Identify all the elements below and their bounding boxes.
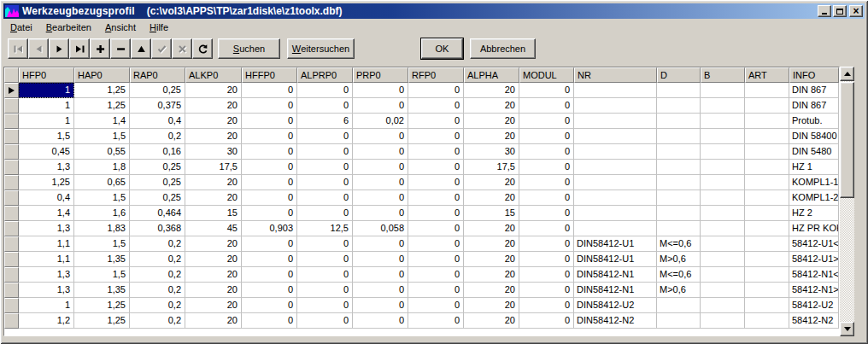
- cell-NR[interactable]: [574, 190, 657, 206]
- cell-RAP0[interactable]: 0,375: [130, 98, 185, 114]
- row-indicator[interactable]: [4, 298, 19, 313]
- cell-HAP0[interactable]: 1,5: [74, 190, 130, 206]
- cell-HFP0[interactable]: 1,3: [19, 283, 74, 298]
- cell-ALPRP0[interactable]: 0: [297, 252, 353, 267]
- cell-MODUL[interactable]: 0: [519, 298, 574, 313]
- cell-MODUL[interactable]: 0: [519, 190, 574, 206]
- cell-HFP0[interactable]: 1,25: [19, 175, 74, 190]
- cell-PRP0[interactable]: 0: [353, 236, 408, 252]
- cell-ART[interactable]: [745, 221, 789, 236]
- cell-MODUL[interactable]: 0: [519, 313, 574, 329]
- cell-D[interactable]: [657, 221, 701, 236]
- cell-ALPHA[interactable]: 20: [464, 313, 519, 329]
- column-header-HFP0[interactable]: HFP0: [19, 67, 74, 83]
- cell-PRP0[interactable]: 0: [353, 283, 408, 298]
- cell-ALPHA[interactable]: 20: [464, 283, 519, 298]
- cell-PRP0[interactable]: 0,02: [353, 114, 408, 129]
- cell-PRP0[interactable]: 0: [353, 160, 408, 175]
- cell-NR[interactable]: DIN58412-U1: [574, 252, 657, 267]
- cell-NR[interactable]: DIN58412-N1: [574, 267, 657, 283]
- cell-INFO[interactable]: DIN 867: [789, 83, 839, 98]
- cell-RFP0[interactable]: 0: [408, 267, 464, 283]
- cell-ALPRP0[interactable]: 0: [297, 144, 353, 160]
- cell-RAP0[interactable]: 0,25: [130, 83, 185, 98]
- cell-RFP0[interactable]: 0: [408, 283, 464, 298]
- cell-HAP0[interactable]: 1,4: [74, 114, 130, 129]
- cell-ART[interactable]: [745, 129, 789, 144]
- cell-ALPHA[interactable]: 15: [464, 206, 519, 221]
- cell-MODUL[interactable]: 0: [519, 129, 574, 144]
- cell-HFFP0[interactable]: 0: [242, 144, 297, 160]
- cell-PRP0[interactable]: 0: [353, 83, 408, 98]
- title-bar[interactable]: Werkzeugbezugsprofil (c:\vol3\APPS\TP\za…: [3, 3, 865, 19]
- cell-HAP0[interactable]: 1,83: [74, 221, 130, 236]
- cell-ALPHA[interactable]: 20: [464, 175, 519, 190]
- cell-HFFP0[interactable]: 0: [242, 267, 297, 283]
- cell-ALPRP0[interactable]: 6: [297, 114, 353, 129]
- cell-B[interactable]: [701, 283, 745, 298]
- cell-RFP0[interactable]: 0: [408, 83, 464, 98]
- cell-D[interactable]: M>0,6: [657, 252, 701, 267]
- cell-HAP0[interactable]: 1,5: [74, 236, 130, 252]
- cell-ART[interactable]: [745, 313, 789, 329]
- cell-HFP0[interactable]: 1: [19, 114, 74, 129]
- cell-D[interactable]: M>0,6: [657, 283, 701, 298]
- cell-NR[interactable]: DIN58412-U2: [574, 298, 657, 313]
- cell-ALPRP0[interactable]: 0: [297, 283, 353, 298]
- cell-ALKP0[interactable]: 20: [185, 236, 242, 252]
- cell-D[interactable]: [657, 175, 701, 190]
- column-header-ART[interactable]: ART: [745, 67, 789, 83]
- cell-ALPRP0[interactable]: 0: [297, 298, 353, 313]
- cell-PRP0[interactable]: 0: [353, 175, 408, 190]
- column-header-ALPRP0[interactable]: ALPRP0: [297, 67, 353, 83]
- cell-HAP0[interactable]: 1,25: [74, 298, 130, 313]
- cell-ART[interactable]: [745, 298, 789, 313]
- cell-HFFP0[interactable]: 0: [242, 298, 297, 313]
- cell-NR[interactable]: [574, 221, 657, 236]
- cell-RAP0[interactable]: 0,16: [130, 144, 185, 160]
- cell-RFP0[interactable]: 0: [408, 221, 464, 236]
- cell-HFFP0[interactable]: 0: [242, 175, 297, 190]
- cell-RAP0[interactable]: 0,2: [130, 283, 185, 298]
- row-indicator[interactable]: [4, 313, 19, 329]
- cell-ALPHA[interactable]: 20: [464, 190, 519, 206]
- cell-HFFP0[interactable]: 0: [242, 252, 297, 267]
- cell-D[interactable]: [657, 160, 701, 175]
- cell-MODUL[interactable]: 0: [519, 114, 574, 129]
- cell-INFO[interactable]: 58412-N1>: [789, 283, 839, 298]
- cell-ALKP0[interactable]: 17,5: [185, 160, 242, 175]
- row-indicator[interactable]: [4, 267, 19, 283]
- cell-ART[interactable]: [745, 98, 789, 114]
- cell-RFP0[interactable]: 0: [408, 98, 464, 114]
- cell-ALPHA[interactable]: 20: [464, 267, 519, 283]
- cell-D[interactable]: [657, 190, 701, 206]
- cell-INFO[interactable]: HZ PR KOKU: [789, 221, 839, 236]
- cell-ALPRP0[interactable]: 0: [297, 175, 353, 190]
- cell-RAP0[interactable]: 0,25: [130, 190, 185, 206]
- column-header-ALKP0[interactable]: ALKP0: [185, 67, 242, 83]
- edit-record-button[interactable]: [131, 38, 151, 59]
- cell-HFFP0[interactable]: 0: [242, 236, 297, 252]
- cell-ALKP0[interactable]: 20: [185, 98, 242, 114]
- cell-RAP0[interactable]: 0,25: [130, 175, 185, 190]
- cell-B[interactable]: [701, 190, 745, 206]
- cell-ALKP0[interactable]: 20: [185, 313, 242, 329]
- cell-MODUL[interactable]: 0: [519, 221, 574, 236]
- cell-HFFP0[interactable]: 0: [242, 313, 297, 329]
- cell-PRP0[interactable]: 0: [353, 144, 408, 160]
- cell-HFP0[interactable]: 1: [19, 83, 74, 98]
- cell-HAP0[interactable]: 1,6: [74, 206, 130, 221]
- cell-HFFP0[interactable]: 0: [242, 98, 297, 114]
- cell-ALKP0[interactable]: 20: [185, 114, 242, 129]
- row-indicator[interactable]: [4, 129, 19, 144]
- row-indicator[interactable]: [4, 144, 19, 160]
- cell-ART[interactable]: [745, 252, 789, 267]
- cell-ALPRP0[interactable]: 0: [297, 236, 353, 252]
- cell-PRP0[interactable]: 0: [353, 129, 408, 144]
- column-header-B[interactable]: B: [701, 67, 745, 83]
- cell-HFP0[interactable]: 0,4: [19, 190, 74, 206]
- column-header-NR[interactable]: NR: [574, 67, 657, 83]
- menu-item-datei[interactable]: Datei: [3, 20, 39, 35]
- cell-B[interactable]: [701, 236, 745, 252]
- cell-RFP0[interactable]: 0: [408, 114, 464, 129]
